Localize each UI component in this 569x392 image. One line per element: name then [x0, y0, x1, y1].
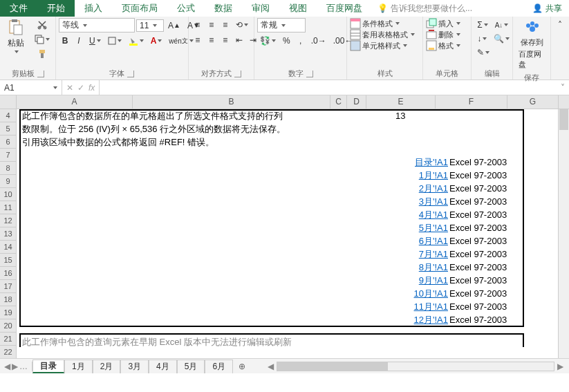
align-left-button[interactable]: ≡	[192, 33, 204, 47]
sheet-link[interactable]: 3月'!A1	[419, 195, 448, 208]
share-button[interactable]: 👤共享	[525, 0, 569, 17]
col-header-E[interactable]: E	[366, 95, 436, 109]
clear-button[interactable]: ✎	[474, 46, 492, 59]
cells-area[interactable]: 此工作簿包含的数据所在的单元格超出了所选文件格式支持的行列 13 数限制。位于 …	[17, 109, 569, 358]
bold-button[interactable]: B	[59, 34, 71, 48]
vertical-scrollbar[interactable]	[558, 109, 569, 358]
table-format-button[interactable]: 套用表格格式	[350, 29, 415, 40]
row-header[interactable]: 14	[0, 241, 16, 254]
row-header[interactable]: 8	[0, 162, 16, 175]
orientation-button[interactable]: ⟲	[233, 18, 251, 32]
tab-layout[interactable]: 页面布局	[112, 0, 167, 17]
italic-button[interactable]: I	[73, 34, 85, 48]
col-header-F[interactable]: F	[436, 95, 507, 109]
expand-fx-button[interactable]: ˅	[557, 80, 569, 95]
tab-formula[interactable]: 公式	[167, 0, 205, 17]
increase-font-button[interactable]: A▲	[165, 19, 183, 32]
select-all-corner[interactable]	[0, 95, 17, 109]
col-header-A[interactable]: A	[17, 95, 133, 109]
font-size-select[interactable]: 11	[136, 19, 164, 32]
tab-home[interactable]: 开始	[37, 0, 75, 17]
sheet-link[interactable]: 7月'!A1	[419, 248, 448, 261]
col-header-B[interactable]: B	[133, 95, 330, 109]
currency-button[interactable]: 💱	[257, 34, 279, 48]
sheet-nav-prev[interactable]: ◀	[4, 362, 10, 371]
cell-style-button[interactable]: 单元格样式	[350, 40, 407, 51]
number-format-select[interactable]: 常规	[257, 18, 306, 32]
row-header[interactable]: 13	[0, 227, 16, 241]
comma-button[interactable]: ,	[295, 34, 307, 48]
add-sheet-button[interactable]: ⊕	[233, 360, 251, 373]
sheet-link[interactable]: 10月'!A1	[414, 287, 448, 300]
dialog-launcher-icon[interactable]	[37, 71, 44, 77]
tell-me-search[interactable]: 💡告诉我您想要做什么...	[372, 0, 525, 17]
find-button[interactable]: 🔍	[491, 32, 512, 46]
sheet-tab[interactable]: 3月	[120, 360, 149, 373]
align-bottom-button[interactable]: ≡	[219, 18, 232, 32]
sheet-tab[interactable]: 5月	[177, 360, 205, 373]
row-header[interactable]: 22	[0, 346, 16, 358]
sheet-link[interactable]: 1月'!A1	[419, 169, 448, 182]
name-box[interactable]: A1	[0, 80, 62, 95]
sheet-link[interactable]: 9月'!A1	[419, 274, 448, 287]
conditional-format-button[interactable]: 条件格式	[350, 18, 400, 29]
row-header[interactable]: 15	[0, 254, 16, 267]
sheet-link[interactable]: 5月'!A1	[419, 221, 448, 234]
tab-file[interactable]: 文件	[0, 0, 37, 17]
formula-input[interactable]	[100, 80, 557, 95]
row-header[interactable]: 21	[0, 333, 16, 346]
save-baidu-button[interactable]: 保存到 百度网盘	[516, 18, 548, 71]
insert-cells-button[interactable]: 插入	[426, 18, 460, 29]
copy-button[interactable]	[32, 32, 53, 46]
row-header[interactable]: 20	[0, 319, 16, 333]
autosum-button[interactable]: Σ	[474, 18, 490, 32]
percent-button[interactable]: %	[280, 34, 293, 48]
tab-insert[interactable]: 插入	[75, 0, 112, 17]
row-header[interactable]: 19	[0, 306, 16, 319]
font-color-button[interactable]: A	[148, 34, 165, 48]
row-header[interactable]: 12	[0, 214, 16, 227]
underline-button[interactable]: U	[86, 34, 104, 48]
sheet-link[interactable]: 12月'!A1	[414, 313, 448, 326]
align-center-button[interactable]: ≡	[205, 33, 218, 47]
font-name-select[interactable]: 等线	[59, 18, 135, 32]
cut-button[interactable]	[32, 18, 53, 32]
increase-decimal-button[interactable]: .0→	[308, 34, 329, 48]
row-header[interactable]: 6	[0, 136, 16, 149]
sheet-tab[interactable]: 1月	[64, 360, 93, 373]
format-cells-button[interactable]: 格式	[426, 40, 460, 51]
row-header[interactable]: 10	[0, 188, 16, 201]
align-right-button[interactable]: ≡	[219, 33, 232, 47]
sheet-link[interactable]: 目录'!A1	[415, 156, 448, 169]
row-header[interactable]: 7	[0, 149, 16, 162]
sheet-link[interactable]: 4月'!A1	[419, 208, 448, 221]
row-header[interactable]: 17	[0, 280, 16, 293]
tab-view[interactable]: 视图	[279, 0, 317, 17]
sheet-link[interactable]: 2月'!A1	[419, 182, 448, 195]
col-header-G[interactable]: G	[507, 95, 559, 109]
horizontal-scrollbar[interactable]: ◀ ▶	[251, 362, 569, 371]
row-header[interactable]: 16	[0, 267, 16, 280]
sheet-nav-next[interactable]: ▶	[12, 362, 18, 371]
row-header[interactable]: 11	[0, 201, 16, 214]
sheet-tab[interactable]: 目录	[32, 360, 64, 373]
fx-icon[interactable]: fx	[88, 83, 95, 93]
tab-data[interactable]: 数据	[205, 0, 242, 17]
collapse-ribbon-button[interactable]: ˄	[554, 18, 566, 32]
row-header[interactable]: 5	[0, 122, 16, 136]
dialog-launcher-icon[interactable]	[127, 71, 134, 77]
row-header[interactable]: 9	[0, 175, 16, 188]
format-painter-button[interactable]	[32, 47, 53, 61]
tab-review[interactable]: 审阅	[242, 0, 279, 17]
delete-cells-button[interactable]: 删除	[426, 29, 460, 40]
sheet-link[interactable]: 11月'!A1	[414, 300, 448, 313]
border-button[interactable]	[105, 34, 124, 48]
sheet-tab[interactable]: 2月	[93, 360, 121, 373]
col-header-D[interactable]: D	[347, 95, 366, 109]
sheet-link[interactable]: 6月'!A1	[419, 234, 448, 248]
sheet-nav-more[interactable]: …	[19, 362, 28, 371]
sheet-tab[interactable]: 4月	[149, 360, 177, 373]
tab-baidu[interactable]: 百度网盘	[317, 0, 372, 17]
sheet-link[interactable]: 8月'!A1	[419, 261, 448, 274]
dialog-launcher-icon[interactable]	[234, 71, 241, 77]
